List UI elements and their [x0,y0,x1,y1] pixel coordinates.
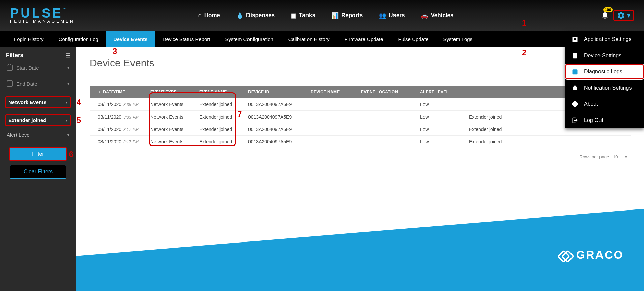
nav-users[interactable]: 👥Users [379,12,405,19]
callout-6: 6 [69,150,74,159]
main-panel: Device Events ▲DATE/TIME EVENT TYPE EVEN… [76,47,644,291]
logo-brand: PULSE [10,6,63,20]
settings-square-icon [571,36,579,43]
chevron-down-icon: ▾ [67,81,69,86]
event-type-select[interactable]: Network Events ▾ [5,96,71,108]
nav-reports[interactable]: 📊Reports [331,12,363,19]
tab-calibration-history[interactable]: Calibration History [281,31,337,47]
graco-logo-icon [559,249,571,261]
nav-vehicles[interactable]: 🚗Vehicles [421,12,453,19]
tab-device-events[interactable]: Device Events [106,31,155,47]
col-event-location[interactable]: EVENT LOCATION [358,86,417,98]
start-date-input[interactable]: Start Date ▾ [7,65,69,72]
tab-configuration-log[interactable]: Configuration Log [51,31,106,47]
calendar-icon [7,80,13,87]
tab-firmware-update[interactable]: Firmware Update [337,31,390,47]
table-row[interactable]: 03/11/20203:35 PMNetwork EventsExtender … [90,98,631,111]
tab-device-events-highlight: Device Events [106,31,155,47]
logo: PULSE™ FLUID MANAGEMENT [10,7,91,24]
gear-icon [617,11,625,20]
filter-toggle-icon[interactable]: ☰ [65,52,70,59]
col-device-name[interactable]: DEVICE NAME [307,86,358,98]
bell-icon [571,85,579,91]
nav-dispenses[interactable]: 💧Dispenses [236,12,275,19]
alert-level-select[interactable]: Alert Level ▾ [7,132,69,139]
tab-system-configuration[interactable]: System Configuration [217,31,281,47]
clear-filters-button[interactable]: Clear Filters [10,165,66,179]
callout-2: 2 [522,48,526,57]
tab-device-status-report[interactable]: Device Status Report [155,31,218,47]
menu-application-settings[interactable]: Application Settings [565,31,644,47]
event-name-select[interactable]: Extender joined ▾ [5,114,71,126]
table-row[interactable]: 03/11/20203:17 PMNetwork EventsExtender … [90,136,631,148]
top-right: 106 ▾ [601,10,634,21]
chevron-down-icon: ▾ [67,133,69,137]
tab-system-logs[interactable]: System Logs [436,31,480,47]
vehicle-icon: 🚗 [421,12,428,19]
notifications-button[interactable]: 106 [601,11,609,20]
calendar-icon [571,68,579,75]
chevron-down-icon[interactable]: ▾ [625,155,627,159]
callout-3: 3 [113,46,117,56]
events-table: ▲DATE/TIME EVENT TYPE EVENT NAME DEVICE … [90,86,631,161]
table-row[interactable]: 03/11/20203:33 PMNetwork EventsExtender … [90,111,631,123]
callout-5: 5 [77,116,81,125]
users-icon: 👥 [379,12,386,19]
menu-diagnostic-logs[interactable]: Diagnostic Logs [565,64,644,80]
rows-per-page: Rows per page 10 ▾ [90,148,631,161]
end-date-input[interactable]: End Date ▾ [7,80,69,88]
rows-per-page-value[interactable]: 10 [613,154,618,159]
table-row[interactable]: 03/11/20203:17 PMNetwork EventsExtender … [90,123,631,136]
filters-title: Filters [6,52,23,59]
menu-about[interactable]: About [565,96,644,112]
chevron-down-icon: ▾ [627,12,630,19]
tab-login-history[interactable]: Login History [7,31,51,47]
col-event-type[interactable]: EVENT TYPE [147,86,196,98]
tank-icon: ▣ [291,12,296,19]
filter-button[interactable]: Filter [10,148,66,160]
chart-icon: 📊 [331,12,339,19]
footer-brand: GRACO [559,248,624,261]
drop-icon: 💧 [236,12,243,19]
home-icon: ⌂ [198,12,202,19]
col-device-id[interactable]: DEVICE ID [245,86,307,98]
callout-4: 4 [77,98,81,107]
filters-header: Filters ☰ [5,52,71,59]
sub-nav: Login History Configuration Log Device E… [0,31,644,47]
col-alert-level[interactable]: ALERT LEVEL [417,86,466,98]
sort-asc-icon: ▲ [98,90,101,94]
chevron-down-icon: ▾ [67,65,69,70]
top-nav: ⌂Home 💧Dispenses ▣Tanks 📊Reports 👥Users … [91,12,561,19]
tab-pulse-update[interactable]: Pulse Update [390,31,436,47]
info-icon [571,101,579,107]
callout-1: 1 [522,18,526,28]
menu-log-out[interactable]: Log Out [565,112,644,128]
settings-menu: Application Settings Device Settings Dia… [565,31,644,128]
content: Filters ☰ Start Date ▾ End Date ▾ Networ… [0,47,644,291]
footer: GRACO [76,209,644,291]
logout-icon [571,117,579,124]
table-header-row: ▲DATE/TIME EVENT TYPE EVENT NAME DEVICE … [90,86,631,98]
page-title: Device Events [90,57,631,69]
sidebar: Filters ☰ Start Date ▾ End Date ▾ Networ… [0,47,76,291]
menu-device-settings[interactable]: Device Settings [565,47,644,64]
callout-7: 7 [237,110,242,119]
settings-button[interactable]: ▾ [613,10,634,21]
top-header: PULSE™ FLUID MANAGEMENT ⌂Home 💧Dispenses… [0,0,644,31]
device-icon [571,52,579,59]
chevron-down-icon: ▾ [66,118,68,123]
col-datetime[interactable]: ▲DATE/TIME [90,86,147,98]
nav-tanks[interactable]: ▣Tanks [291,12,315,19]
chevron-down-icon: ▾ [66,100,68,105]
notifications-badge: 106 [603,7,613,12]
logo-tm: ™ [63,7,66,11]
logo-subtitle: FLUID MANAGEMENT [10,19,91,24]
menu-notification-settings[interactable]: Notification Settings [565,80,644,96]
page-body: Device Events ▲DATE/TIME EVENT TYPE EVEN… [76,47,644,209]
col-event-name[interactable]: EVENT NAME [196,86,245,98]
calendar-icon [7,65,13,71]
nav-home[interactable]: ⌂Home [198,12,221,19]
